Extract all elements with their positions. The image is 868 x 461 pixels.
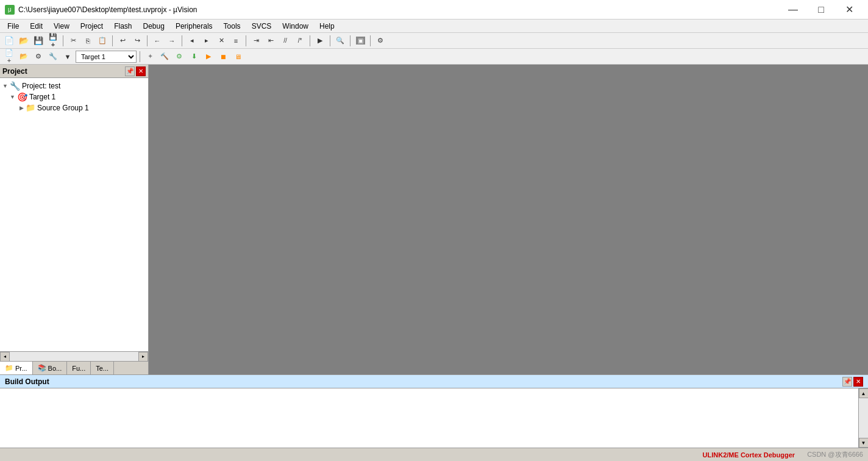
close-button[interactable]: ✕ bbox=[835, 0, 863, 20]
build-output-vscrollbar: ▲ ▼ bbox=[858, 388, 868, 448]
tab-project[interactable]: 📁 Pr... bbox=[0, 362, 33, 374]
tab-books[interactable]: 📚 Bo... bbox=[33, 362, 68, 374]
screen-button[interactable]: 🖥 bbox=[231, 50, 244, 63]
menu-peripherals[interactable]: Peripherals bbox=[171, 21, 218, 32]
select-target-button[interactable]: ✦ bbox=[143, 50, 157, 63]
tab-books-icon: 📚 bbox=[38, 364, 46, 372]
undo-button[interactable]: ↩ bbox=[116, 34, 129, 48]
settings-button[interactable]: ⚙ bbox=[374, 34, 387, 48]
menu-project[interactable]: Project bbox=[76, 21, 108, 32]
status-right: ULINK2/ME Cortex Debugger CSDN @攻青6666 bbox=[703, 450, 863, 459]
target-icon: 🎯 bbox=[17, 92, 27, 102]
sep6 bbox=[310, 35, 310, 46]
menu-tools[interactable]: Tools bbox=[219, 21, 246, 32]
minimize-button[interactable]: — bbox=[779, 0, 807, 20]
translate-button[interactable]: 🔨 bbox=[158, 50, 171, 63]
build-output-content[interactable] bbox=[0, 388, 858, 448]
project-close-button[interactable]: ✕ bbox=[136, 66, 146, 76]
component-button[interactable]: 🔧 bbox=[46, 50, 60, 63]
open-file-button[interactable]: 📂 bbox=[17, 34, 30, 48]
editor-area[interactable] bbox=[149, 65, 868, 374]
save-button[interactable]: 💾 bbox=[32, 34, 45, 48]
stop-debug-button[interactable]: ⏹ bbox=[216, 50, 230, 63]
title-bar-controls: — □ ✕ bbox=[779, 0, 863, 20]
debugger-label: ULINK2/ME Cortex Debugger bbox=[703, 451, 795, 459]
sep9 bbox=[370, 35, 371, 46]
tab-templates[interactable]: Te... bbox=[91, 362, 114, 374]
menu-help[interactable]: Help bbox=[315, 21, 340, 32]
bookmark-clear-button[interactable]: ✕ bbox=[215, 34, 228, 48]
menu-view[interactable]: View bbox=[49, 21, 74, 32]
open-target-button[interactable]: 📂 bbox=[17, 50, 30, 63]
sep3 bbox=[147, 35, 148, 46]
view-options-button[interactable]: ▣ bbox=[354, 34, 367, 48]
manage-button[interactable]: ⚙ bbox=[32, 50, 45, 63]
sep2 bbox=[112, 35, 113, 46]
project-panel-header: Project 📌 ✕ bbox=[0, 65, 148, 78]
save-all-button[interactable]: 💾+ bbox=[46, 34, 60, 48]
tree-project-root[interactable]: ▼ 🔧 Project: test bbox=[0, 80, 148, 91]
app-icon: μ bbox=[5, 5, 15, 15]
menu-flash[interactable]: Flash bbox=[109, 21, 137, 32]
project-tree: ▼ 🔧 Project: test ▼ 🎯 Target 1 ▶ 📁 Sourc… bbox=[0, 78, 148, 351]
download-button[interactable]: ⬇ bbox=[187, 50, 201, 63]
target-selector[interactable]: Target 1 bbox=[76, 51, 137, 63]
source-group-icon: 📁 bbox=[26, 103, 35, 112]
sep4 bbox=[182, 35, 182, 46]
sep1 bbox=[63, 35, 63, 46]
menu-debug[interactable]: Debug bbox=[138, 21, 169, 32]
start-debug-button[interactable]: ▶ bbox=[202, 50, 215, 63]
watermark: CSDN @攻青6666 bbox=[807, 450, 863, 459]
build-all-button[interactable]: ⚙ bbox=[173, 50, 186, 63]
maximize-button[interactable]: □ bbox=[807, 0, 835, 20]
scroll-right-button[interactable]: ▸ bbox=[138, 352, 148, 362]
build-output-pin-button[interactable]: 📌 bbox=[842, 377, 852, 387]
title-text: C:\Users\jiayue007\Desktop\temp\test.uvp… bbox=[18, 5, 197, 14]
indent-button[interactable]: ⇥ bbox=[249, 34, 263, 48]
menu-svcs[interactable]: SVCS bbox=[247, 21, 277, 32]
v-scroll-track[interactable] bbox=[859, 398, 868, 438]
tree-source-group-1[interactable]: ▶ 📁 Source Group 1 bbox=[0, 102, 148, 113]
tab-functions[interactable]: Fu... bbox=[67, 362, 91, 374]
scroll-down-button[interactable]: ▼ bbox=[859, 438, 869, 448]
new-target-button[interactable]: 📄+ bbox=[2, 50, 16, 63]
project-panel-header-buttons: 📌 ✕ bbox=[125, 66, 146, 76]
toolbar2: 📄+ 📂 ⚙ 🔧 ▼ Target 1 ✦ 🔨 ⚙ ⬇ ▶ ⏹ 🖥 bbox=[0, 49, 868, 65]
title-bar: μ C:\Users\jiayue007\Desktop\temp\test.u… bbox=[0, 0, 868, 20]
tab-books-label: Bo... bbox=[48, 365, 62, 372]
menu-file[interactable]: File bbox=[2, 21, 24, 32]
unindent-button[interactable]: ⇤ bbox=[264, 34, 277, 48]
expand-icon-root: ▼ bbox=[2, 83, 8, 89]
back-button[interactable]: ← bbox=[151, 34, 164, 48]
find-button[interactable]: 🔍 bbox=[333, 34, 347, 48]
forward-button[interactable]: → bbox=[165, 34, 179, 48]
menu-window[interactable]: Window bbox=[277, 21, 313, 32]
status-bar: ULINK2/ME Cortex Debugger CSDN @攻青6666 bbox=[0, 448, 868, 461]
new-file-button[interactable]: 📄 bbox=[2, 34, 16, 48]
sep8 bbox=[350, 35, 350, 46]
title-bar-left: μ C:\Users\jiayue007\Desktop\temp\test.u… bbox=[5, 5, 197, 15]
build-output-close-button[interactable]: ✕ bbox=[853, 377, 863, 387]
cut-button[interactable]: ✂ bbox=[66, 34, 80, 48]
scroll-up-button[interactable]: ▲ bbox=[859, 388, 869, 398]
dropdown-arrow[interactable]: ▼ bbox=[61, 50, 74, 63]
bookmark-list-button[interactable]: ≡ bbox=[229, 34, 243, 48]
sep7 bbox=[330, 35, 330, 46]
bookmark-next-button[interactable]: ▸ bbox=[200, 34, 213, 48]
expand-icon-source-group: ▶ bbox=[20, 105, 24, 111]
scroll-left-button[interactable]: ◂ bbox=[0, 352, 10, 362]
redo-button[interactable]: ↪ bbox=[130, 34, 144, 48]
menu-edit[interactable]: Edit bbox=[25, 21, 48, 32]
bookmark-prev-button[interactable]: ◂ bbox=[185, 34, 199, 48]
tab-project-icon: 📁 bbox=[5, 364, 13, 372]
tree-target-1[interactable]: ▼ 🎯 Target 1 bbox=[0, 91, 148, 102]
content-area: Project 📌 ✕ ▼ 🔧 Project: test ▼ 🎯 Targe bbox=[0, 65, 868, 374]
run-snippet-button[interactable]: ▶ bbox=[313, 34, 327, 48]
uncomment-button[interactable]: /* bbox=[293, 34, 307, 48]
copy-button[interactable]: ⎘ bbox=[81, 34, 94, 48]
scroll-track[interactable] bbox=[10, 352, 138, 361]
app: μ C:\Users\jiayue007\Desktop\temp\test.u… bbox=[0, 0, 868, 461]
project-pin-button[interactable]: 📌 bbox=[125, 66, 135, 76]
comment-button[interactable]: // bbox=[279, 34, 292, 48]
paste-button[interactable]: 📋 bbox=[96, 34, 109, 48]
